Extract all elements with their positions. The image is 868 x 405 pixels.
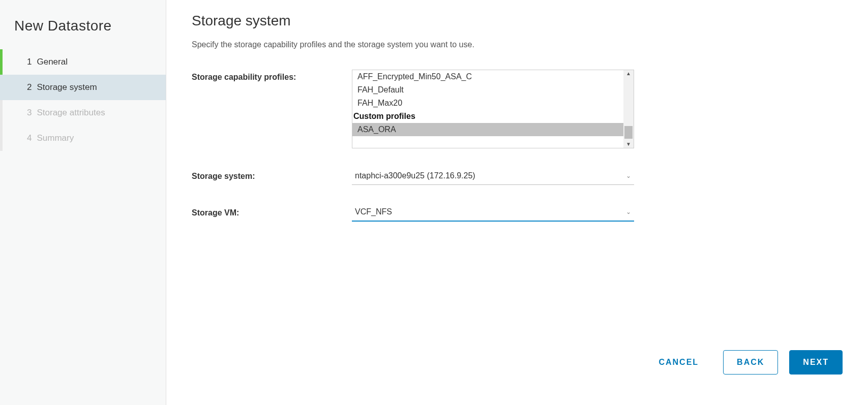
list-item[interactable]: ASA_ORA xyxy=(352,123,623,136)
next-button[interactable]: NEXT xyxy=(789,350,843,375)
step-label: Storage attributes xyxy=(37,108,105,118)
page-title: Storage system xyxy=(192,13,843,29)
field-storage-vm: VCF_NFS ⌄ xyxy=(352,205,634,222)
scroll-down-icon[interactable]: ▼ xyxy=(626,142,631,147)
step-summary: 4 Summary xyxy=(0,126,166,151)
storage-system-select[interactable]: ntaphci-a300e9u25 (172.16.9.25) ⌄ xyxy=(352,169,634,185)
field-storage-system: ntaphci-a300e9u25 (172.16.9.25) ⌄ xyxy=(352,169,634,185)
wizard-sidebar: New Datastore 1 General 2 Storage system… xyxy=(0,0,166,405)
chevron-down-icon: ⌄ xyxy=(626,172,631,179)
cancel-button[interactable]: CANCEL xyxy=(645,350,712,375)
list-item[interactable]: FAH_Max20 xyxy=(352,97,623,110)
row-storage-system: Storage system: ntaphci-a300e9u25 (172.1… xyxy=(192,169,843,185)
list-group-custom-profiles: Custom profiles xyxy=(352,110,623,123)
step-general[interactable]: 1 General xyxy=(0,49,166,75)
profiles-scrollbar[interactable]: ▲ ▼ xyxy=(623,70,634,148)
profiles-options: AFF_Encrypted_Min50_ASA_C FAH_Default FA… xyxy=(352,70,623,148)
step-label: Storage system xyxy=(37,82,97,92)
scroll-up-icon[interactable]: ▲ xyxy=(626,71,631,76)
row-profiles: Storage capability profiles: AFF_Encrypt… xyxy=(192,70,843,148)
wizard-title: New Datastore xyxy=(0,13,166,49)
step-number: 1 xyxy=(27,57,32,67)
step-label: General xyxy=(37,57,67,67)
step-number: 2 xyxy=(27,82,32,92)
storage-vm-select[interactable]: VCF_NFS ⌄ xyxy=(352,205,634,222)
label-profiles: Storage capability profiles: xyxy=(192,70,352,82)
storage-vm-value: VCF_NFS xyxy=(355,207,392,216)
chevron-down-icon: ⌄ xyxy=(626,208,631,215)
page-subtitle: Specify the storage capability profiles … xyxy=(192,40,843,49)
step-storage-attributes: 3 Storage attributes xyxy=(0,100,166,126)
row-storage-vm: Storage VM: VCF_NFS ⌄ xyxy=(192,205,843,222)
label-storage-system: Storage system: xyxy=(192,169,352,181)
list-item[interactable]: AFF_Encrypted_Min50_ASA_C xyxy=(352,70,623,83)
profiles-listbox[interactable]: AFF_Encrypted_Min50_ASA_C FAH_Default FA… xyxy=(352,70,634,148)
step-number: 4 xyxy=(27,133,32,143)
step-label: Summary xyxy=(37,133,74,143)
label-storage-vm: Storage VM: xyxy=(192,205,352,217)
step-storage-system[interactable]: 2 Storage system xyxy=(0,75,166,100)
step-number: 3 xyxy=(27,108,32,118)
list-item[interactable]: FAH_Default xyxy=(352,83,623,97)
field-profiles: AFF_Encrypted_Min50_ASA_C FAH_Default FA… xyxy=(352,70,634,148)
main-content: Storage system Specify the storage capab… xyxy=(166,0,868,405)
storage-system-value: ntaphci-a300e9u25 (172.16.9.25) xyxy=(355,171,475,180)
wizard-steps: 1 General 2 Storage system 3 Storage att… xyxy=(0,49,166,151)
scroll-thumb[interactable] xyxy=(624,126,633,139)
wizard-footer: CANCEL BACK NEXT xyxy=(645,350,843,375)
back-button[interactable]: BACK xyxy=(723,350,778,375)
